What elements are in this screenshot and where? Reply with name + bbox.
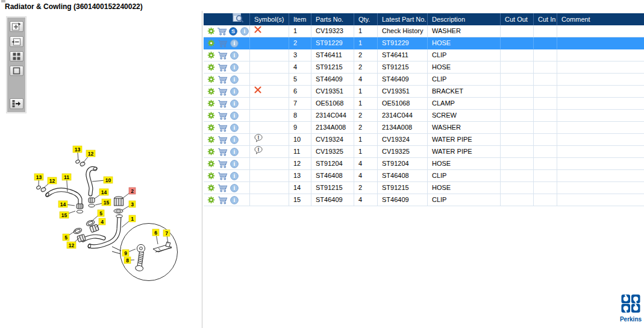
svg-text:i: i (243, 28, 245, 34)
gear-icon[interactable] (206, 112, 216, 119)
column-header-latest[interactable]: Latest Part No. (378, 13, 428, 25)
cart-icon[interactable] (217, 148, 228, 156)
cart-icon[interactable] (217, 172, 228, 180)
table-row-item-4[interactable]: i4ST912152ST91215HOSE (204, 62, 644, 74)
info-icon[interactable]: i (229, 75, 239, 84)
info-icon[interactable]: i (229, 87, 239, 96)
cart-icon[interactable] (217, 160, 228, 168)
table-row-item-3[interactable]: i3ST464112ST46411CLIP (204, 49, 644, 62)
info-icon[interactable]: i (229, 112, 239, 120)
cart-icon[interactable] (217, 136, 228, 144)
column-header-item[interactable]: Item (289, 13, 311, 25)
cart-icon[interactable] (217, 75, 228, 84)
tile-view-button[interactable] (10, 51, 23, 62)
gear-icon[interactable] (206, 51, 216, 59)
table-row-item-14[interactable]: i14ST912152ST91215HOSE (204, 182, 644, 194)
info-icon[interactable]: i (229, 196, 239, 204)
column-header-parts_no[interactable]: Parts No. (311, 13, 354, 25)
cart-icon[interactable] (217, 87, 228, 96)
table-row-item-11[interactable]: i!11CV193251CV19325WATER PIPE (204, 146, 644, 158)
cart-icon[interactable] (217, 124, 228, 132)
zoom-in-button[interactable] (10, 21, 23, 32)
desc-cell: HOSE (428, 158, 501, 170)
table-row-item-7[interactable]: i7OE510681OE51068CLAMP (204, 98, 644, 110)
table-row-item-15[interactable]: i15ST464094ST46409CLIP (204, 194, 644, 206)
gear-icon[interactable] (206, 148, 216, 156)
cart-icon[interactable] (217, 112, 228, 120)
callout-number: 13 (36, 174, 42, 180)
gear-icon[interactable] (206, 172, 216, 180)
symbol-cell (250, 37, 289, 49)
callout-number: 12 (49, 178, 55, 184)
cart-icon[interactable] (217, 51, 228, 60)
gear-icon[interactable] (206, 63, 216, 71)
info-icon[interactable]: i (229, 184, 239, 192)
table-row-item-1[interactable]: Si1CV193231Check HistoryWASHER (204, 25, 644, 37)
gear-icon[interactable] (206, 160, 216, 168)
toggle-panel-button[interactable] (10, 98, 23, 109)
info-icon[interactable]: i (229, 124, 239, 132)
item-cell: 13 (289, 170, 311, 182)
info-icon[interactable]: i (229, 160, 239, 168)
column-header-cut_out[interactable]: Cut Out (501, 13, 534, 25)
hose-10-drawing (88, 167, 98, 194)
table-row-item-13[interactable]: i13ST464084ST46408CLIP (204, 170, 644, 182)
cart-icon[interactable] (217, 39, 228, 48)
gear-icon[interactable] (206, 99, 216, 107)
column-header-comment[interactable]: Comment (557, 13, 644, 25)
table-row-item-6[interactable]: i6CV193511CV19351BRACKET (204, 86, 644, 98)
callout-number: 13 (75, 147, 81, 153)
gear-icon[interactable] (206, 196, 216, 204)
cart-icon[interactable] (217, 196, 228, 204)
check-history-link[interactable]: Check History (378, 25, 428, 37)
info-icon[interactable]: i (229, 172, 239, 180)
table-row-item-2[interactable]: i2ST912291ST91229HOSE (204, 37, 644, 49)
table-row-item-9[interactable]: i92134A00822134A008WASHER (204, 122, 644, 134)
svg-text:!: ! (258, 134, 260, 140)
row-actions: i (204, 146, 250, 158)
not-available-cross-icon (254, 27, 261, 34)
table-row-item-12[interactable]: i12ST912044ST91204HOSE (204, 158, 644, 170)
info-icon[interactable]: i (229, 99, 239, 108)
cut-in-cell (534, 86, 557, 98)
parts-no-cell: ST46409 (311, 74, 354, 86)
cart-icon[interactable] (217, 63, 228, 72)
gear-icon[interactable] (206, 75, 216, 83)
gear-icon[interactable] (206, 136, 216, 144)
gear-icon[interactable] (206, 184, 216, 192)
callout-number: 6 (154, 230, 157, 236)
gear-icon[interactable] (206, 87, 216, 95)
table-row-item-5[interactable]: i5ST464094ST46409CLIP (204, 74, 644, 86)
column-header-qty[interactable]: Qty. (354, 13, 378, 25)
cart-icon[interactable] (217, 27, 227, 36)
cart-icon[interactable] (217, 184, 228, 192)
cut-out-cell (501, 194, 534, 206)
substitute-icon[interactable]: S (228, 27, 238, 36)
gear-icon[interactable] (206, 124, 216, 131)
parts-no-cell: 2134A008 (311, 122, 354, 134)
table-row-item-8[interactable]: i82314C04422314C044SCREW (204, 110, 644, 122)
comment-cell (557, 74, 644, 86)
info-icon[interactable]: i (229, 148, 239, 156)
table-row-item-10[interactable]: i!10CV193241CV19324WATER PIPE (204, 134, 644, 146)
comment-cell (557, 98, 644, 110)
column-header-actions[interactable] (204, 13, 250, 25)
item-cell: 10 (289, 134, 311, 146)
column-header-cut_in[interactable]: Cut In (534, 13, 557, 25)
gear-icon[interactable] (206, 27, 216, 35)
info-icon[interactable]: i (229, 39, 239, 48)
column-header-symbols[interactable]: Symbol(s) (250, 13, 289, 25)
cart-icon[interactable] (217, 99, 228, 108)
info-icon[interactable]: i (229, 63, 239, 72)
info-icon[interactable]: i (240, 27, 249, 36)
symbol-cell (250, 49, 289, 62)
column-header-desc[interactable]: Description (428, 13, 501, 25)
fit-view-button[interactable] (10, 66, 23, 76)
qty-cell: 4 (354, 158, 378, 170)
info-icon[interactable]: i (229, 136, 239, 144)
gear-icon[interactable] (206, 39, 216, 47)
qty-cell: 4 (354, 170, 378, 182)
info-icon[interactable]: i (229, 51, 239, 60)
zoom-out-button[interactable] (10, 36, 23, 47)
symbol-cell (250, 110, 289, 122)
